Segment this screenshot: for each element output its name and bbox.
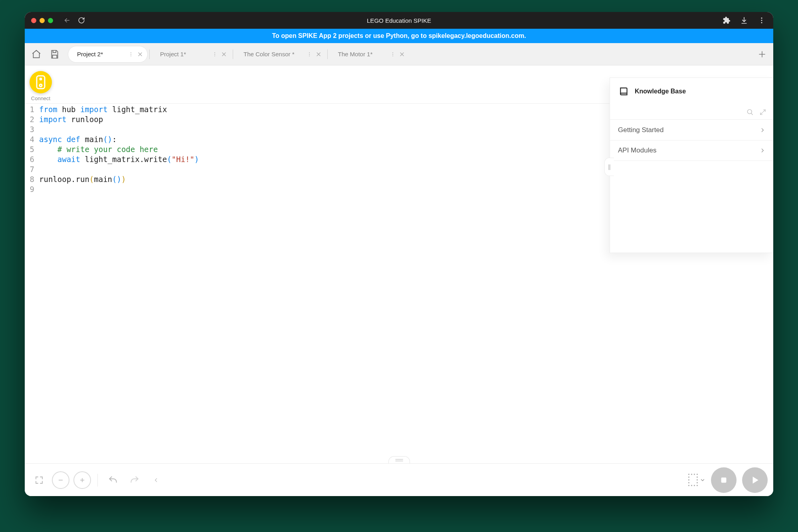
run-button[interactable] — [742, 467, 768, 493]
svg-rect-32 — [697, 485, 698, 486]
line-number: 8 — [25, 174, 34, 184]
svg-point-8 — [214, 55, 215, 56]
tab-menu-icon[interactable] — [212, 51, 218, 57]
svg-point-3 — [131, 52, 131, 53]
line-number: 4 — [25, 134, 34, 144]
svg-point-14 — [392, 55, 393, 56]
project-tab[interactable]: The Motor 1* — [329, 46, 409, 63]
tab-menu-icon[interactable] — [390, 51, 396, 57]
tab-label: Project 2* — [77, 51, 128, 57]
home-button[interactable] — [28, 46, 45, 63]
window-close[interactable] — [31, 18, 36, 23]
zoom-in-button[interactable] — [73, 471, 91, 489]
svg-rect-31 — [694, 485, 695, 486]
window-controls — [31, 18, 53, 23]
new-tab-button[interactable] — [754, 46, 770, 62]
tab-close-icon[interactable] — [315, 51, 322, 57]
tab-separator — [149, 49, 150, 59]
svg-rect-22 — [697, 474, 698, 475]
knowledge-base-item[interactable]: API Modules — [610, 140, 773, 161]
svg-rect-28 — [697, 482, 698, 483]
tab-label: The Motor 1* — [338, 51, 390, 57]
window-maximize[interactable] — [48, 18, 53, 23]
tab-strip: Project 2*Project 1*The Color Sensor *Th… — [25, 43, 773, 65]
svg-rect-21 — [694, 474, 695, 475]
line-number: 2 — [25, 115, 34, 125]
kb-expand-icon[interactable] — [760, 109, 766, 115]
knowledge-base-title: Knowledge Base — [635, 88, 686, 95]
zoom-out-button[interactable] — [52, 471, 69, 489]
book-icon — [619, 86, 629, 97]
svg-rect-19 — [688, 474, 689, 475]
tab-menu-icon[interactable] — [128, 51, 134, 57]
editor-area: Connect 1from hub import light_matrix2im… — [25, 65, 773, 463]
svg-rect-27 — [688, 482, 689, 483]
kb-search-icon[interactable] — [746, 108, 754, 116]
chevron-right-icon — [760, 127, 765, 133]
knowledge-base-item[interactable]: Getting Started — [610, 119, 773, 140]
redo-button[interactable] — [126, 471, 143, 489]
title-bar: LEGO Education SPIKE — [25, 12, 773, 29]
line-number: 9 — [25, 184, 34, 194]
svg-point-13 — [392, 54, 393, 55]
svg-point-11 — [309, 55, 310, 56]
svg-rect-24 — [697, 477, 698, 478]
svg-point-4 — [131, 54, 131, 55]
svg-rect-25 — [688, 479, 689, 481]
tab-menu-icon[interactable] — [307, 51, 312, 57]
app-window: LEGO Education SPIKE To open SPIKE App 2… — [25, 12, 773, 496]
legacy-banner-text: To open SPIKE App 2 projects or use Pyth… — [272, 32, 526, 40]
tabs-container: Project 2*Project 1*The Color Sensor *Th… — [68, 46, 754, 63]
line-number: 5 — [25, 144, 34, 154]
tab-close-icon[interactable] — [221, 51, 227, 57]
project-tab[interactable]: Project 2* — [68, 46, 148, 63]
tab-close-icon[interactable] — [137, 51, 143, 57]
svg-rect-23 — [688, 477, 689, 478]
panel-collapse-handle[interactable]: ǁ — [604, 158, 614, 176]
download-icon[interactable] — [740, 16, 748, 25]
svg-rect-26 — [697, 479, 698, 481]
line-number: 7 — [25, 164, 34, 174]
extensions-icon[interactable] — [722, 16, 731, 25]
svg-point-17 — [40, 84, 42, 87]
svg-point-2 — [761, 22, 762, 23]
stop-button[interactable] — [711, 467, 737, 493]
tab-label: Project 1* — [160, 51, 212, 57]
tab-separator — [327, 49, 328, 59]
svg-point-7 — [214, 54, 215, 55]
slot-selector[interactable] — [688, 473, 705, 487]
fullscreen-button[interactable] — [30, 471, 48, 489]
svg-point-12 — [392, 52, 393, 53]
svg-point-10 — [309, 54, 310, 55]
kb-item-label: API Modules — [618, 146, 656, 154]
save-button[interactable] — [46, 46, 63, 63]
svg-rect-30 — [691, 485, 692, 486]
main-area: Connect 1from hub import light_matrix2im… — [25, 65, 773, 496]
reload-button[interactable] — [77, 16, 86, 25]
project-tab[interactable]: The Color Sensor * — [235, 46, 326, 63]
collapse-left-button[interactable] — [147, 471, 165, 489]
more-menu-icon[interactable] — [757, 16, 766, 25]
chevron-right-icon — [760, 148, 765, 153]
svg-point-9 — [309, 52, 310, 53]
console-drag-handle[interactable] — [388, 456, 410, 463]
tab-close-icon[interactable] — [399, 51, 405, 57]
knowledge-base-panel: ǁ Knowledge Base Getting StartedAPI Modu… — [610, 77, 773, 253]
window-minimize[interactable] — [40, 18, 45, 23]
bottom-toolbar — [25, 463, 773, 496]
line-number: 6 — [25, 154, 34, 164]
svg-point-6 — [214, 52, 215, 53]
connect-hub-button[interactable] — [30, 71, 52, 93]
svg-point-0 — [761, 18, 762, 19]
project-tab[interactable]: Project 1* — [151, 46, 231, 63]
svg-point-1 — [761, 20, 762, 21]
kb-item-label: Getting Started — [618, 126, 663, 134]
legacy-banner: To open SPIKE App 2 projects or use Pyth… — [25, 29, 773, 43]
undo-button[interactable] — [104, 471, 122, 489]
svg-rect-20 — [691, 474, 692, 475]
tab-label: The Color Sensor * — [244, 51, 307, 57]
svg-point-16 — [40, 78, 42, 80]
window-title: LEGO Education SPIKE — [25, 17, 773, 24]
svg-rect-33 — [721, 477, 727, 483]
back-button[interactable] — [63, 16, 71, 25]
